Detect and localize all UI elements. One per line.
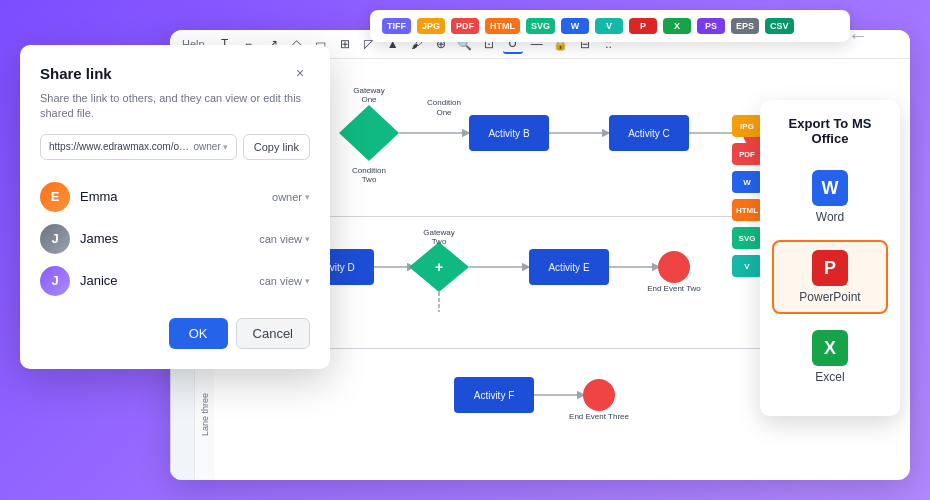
svg-text:Gateway: Gateway <box>423 228 455 237</box>
link-role-chevron: ▾ <box>223 142 228 152</box>
svg-text:End Event Three: End Event Three <box>569 412 629 421</box>
user-role-janice[interactable]: can view ▾ <box>259 275 310 287</box>
side-icon-ipg[interactable]: IPG <box>732 115 762 137</box>
format-excel[interactable]: X <box>663 18 691 34</box>
format-bar: TIFF JPG PDF HTML SVG W V P X PS EPS CSV <box>370 10 850 42</box>
link-text: https://www.edrawmax.com/online/fil <box>49 141 190 152</box>
user-role-text-janice: can view <box>259 275 302 287</box>
copy-link-button[interactable]: Copy link <box>243 134 310 160</box>
share-dialog: Share link × Share the link to others, a… <box>20 45 330 369</box>
user-item-james: J James can view ▾ <box>40 218 310 260</box>
user-role-emma[interactable]: owner ▾ <box>272 191 310 203</box>
avatar-emma: E <box>40 182 70 212</box>
end-event-two[interactable] <box>658 251 690 283</box>
user-item-emma: E Emma owner ▾ <box>40 176 310 218</box>
svg-text:Two: Two <box>362 175 377 184</box>
format-word[interactable]: W <box>561 18 589 34</box>
svg-text:Condition: Condition <box>427 98 461 107</box>
svg-text:One: One <box>436 108 452 117</box>
user-item-janice: J Janice can view ▾ <box>40 260 310 302</box>
word-label: Word <box>816 210 844 224</box>
cancel-button[interactable]: Cancel <box>236 318 310 349</box>
format-eps[interactable]: EPS <box>731 18 759 34</box>
link-role-text: owner <box>194 141 221 152</box>
excel-label: Excel <box>815 370 844 384</box>
format-csv[interactable]: CSV <box>765 18 794 34</box>
svg-text:Condition: Condition <box>352 166 386 175</box>
link-row: https://www.edrawmax.com/online/fil owne… <box>40 134 310 160</box>
user-role-james[interactable]: can view ▾ <box>259 233 310 245</box>
avatar-janice: J <box>40 266 70 296</box>
end-event-three[interactable] <box>583 379 615 411</box>
side-icon-visio[interactable]: V <box>732 255 762 277</box>
word-icon: W <box>812 170 848 206</box>
dialog-subtitle: Share the link to others, and they can v… <box>40 91 310 122</box>
format-tiff[interactable]: TIFF <box>382 18 411 34</box>
ppt-icon: P <box>812 250 848 286</box>
side-icon-html[interactable]: HTML <box>732 199 762 221</box>
user-role-chevron-james: ▾ <box>305 234 310 244</box>
format-visio[interactable]: V <box>595 18 623 34</box>
export-excel[interactable]: X Excel <box>772 320 888 394</box>
excel-icon: X <box>812 330 848 366</box>
user-list: E Emma owner ▾ J James can view ▾ J Jani… <box>40 176 310 302</box>
link-role[interactable]: owner ▾ <box>194 141 228 152</box>
format-svg[interactable]: SVG <box>526 18 555 34</box>
format-pdf[interactable]: PDF <box>451 18 479 34</box>
dialog-title: Share link <box>40 65 112 82</box>
user-role-chevron-janice: ▾ <box>305 276 310 286</box>
svg-text:Activity B: Activity B <box>488 128 529 139</box>
dialog-footer: OK Cancel <box>40 318 310 349</box>
link-input[interactable]: https://www.edrawmax.com/online/fil owne… <box>40 134 237 160</box>
svg-text:End Event Two: End Event Two <box>647 284 701 293</box>
svg-text:Two: Two <box>432 237 447 246</box>
svg-text:Gateway: Gateway <box>353 86 385 95</box>
user-role-text-james: can view <box>259 233 302 245</box>
export-powerpoint[interactable]: P PowerPoint <box>772 240 888 314</box>
close-button[interactable]: × <box>290 63 310 83</box>
user-role-text-emma: owner <box>272 191 302 203</box>
export-word[interactable]: W Word <box>772 160 888 234</box>
side-icons-panel: IPG PDF W HTML SVG V <box>732 115 762 277</box>
user-name-janice: Janice <box>80 273 249 288</box>
format-ps[interactable]: PS <box>697 18 725 34</box>
side-icon-word[interactable]: W <box>732 171 762 193</box>
tool-table[interactable]: ⊞ <box>335 34 355 54</box>
side-icon-pdf[interactable]: PDF <box>732 143 762 165</box>
svg-text:Activity E: Activity E <box>548 262 589 273</box>
user-name-emma: Emma <box>80 189 262 204</box>
export-panel-title: Export To MS Office <box>772 116 888 146</box>
svg-text:One: One <box>361 95 377 104</box>
svg-text:Activity C: Activity C <box>628 128 670 139</box>
ppt-label: PowerPoint <box>799 290 860 304</box>
format-jpg[interactable]: JPG <box>417 18 445 34</box>
user-role-chevron-emma: ▾ <box>305 192 310 202</box>
arrow-icon: ← <box>848 24 868 47</box>
ok-button[interactable]: OK <box>169 318 228 349</box>
svg-text:Activity F: Activity F <box>474 390 515 401</box>
avatar-james: J <box>40 224 70 254</box>
dialog-header: Share link × <box>40 63 310 83</box>
side-icon-svg[interactable]: SVG <box>732 227 762 249</box>
format-ppt[interactable]: P <box>629 18 657 34</box>
export-panel: Export To MS Office W Word P PowerPoint … <box>760 100 900 416</box>
svg-text:+: + <box>435 259 443 275</box>
format-html[interactable]: HTML <box>485 18 520 34</box>
gateway-one[interactable] <box>339 105 399 161</box>
user-name-james: James <box>80 231 249 246</box>
